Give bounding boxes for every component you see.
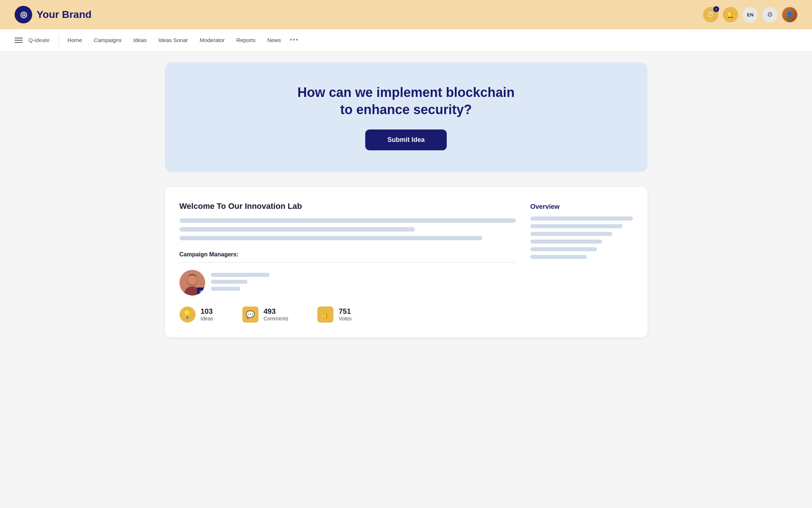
main-nav: Q-ideate Home Campaigns Ideas Ideas Sona… <box>0 29 812 51</box>
nav-item-campaigns[interactable]: Campaigns <box>94 37 122 43</box>
overview-title: Overview <box>530 203 633 211</box>
ov-line-1 <box>530 217 633 221</box>
ov-line-2 <box>530 224 623 228</box>
section-title: Welcome To Our Innovation Lab <box>180 202 516 211</box>
votes-label: Votes <box>339 316 351 321</box>
stat-comments-text: 493 Comments <box>264 307 288 321</box>
hamburger-line-2 <box>15 40 23 41</box>
settings-button[interactable]: ⚙ <box>762 7 778 22</box>
overview-lines <box>530 217 633 259</box>
manager-profile <box>180 270 516 296</box>
nav-item-reports[interactable]: Reports <box>236 37 256 43</box>
notifications-button[interactable]: 🔔 <box>723 7 738 22</box>
manager-name-line <box>211 273 269 277</box>
manager-badge <box>197 287 204 295</box>
brand-logo: ◎ Your Brand <box>15 6 91 23</box>
nav-item-ideas[interactable]: Ideas <box>133 37 147 43</box>
ov-line-5 <box>530 247 597 251</box>
votes-count: 751 <box>339 307 351 316</box>
stat-ideas-text: 103 Ideas <box>201 307 213 321</box>
submit-idea-button[interactable]: Submit Idea <box>365 129 446 150</box>
nav-item-ideas-sonar[interactable]: Ideas Sonar <box>158 37 188 43</box>
hamburger-line-1 <box>15 38 23 38</box>
comments-icon: 💬 <box>242 306 258 323</box>
description-lines <box>180 218 516 240</box>
hero-banner: How can we implement blockchainto enhanc… <box>165 62 647 172</box>
hamburger-line-3 <box>15 42 23 43</box>
main-content: How can we implement blockchainto enhanc… <box>150 51 662 348</box>
nav-items: Home Campaigns Ideas Ideas Sonar Moderat… <box>68 37 281 43</box>
content-grid: Welcome To Our Innovation Lab Campaign M… <box>165 187 647 337</box>
text-line-1 <box>180 218 516 223</box>
text-line-2 <box>180 227 415 232</box>
ov-line-3 <box>530 232 612 236</box>
nav-more-button[interactable]: ••• <box>290 36 299 44</box>
top-header: ◎ Your Brand ⏱ 1 🔔 EN ⚙ 👤 <box>0 0 812 29</box>
ideas-label: Ideas <box>201 316 213 321</box>
avatar: 👤 <box>782 7 797 22</box>
ideas-count: 103 <box>201 307 213 316</box>
ov-line-4 <box>530 240 602 244</box>
manager-role-line <box>211 280 248 284</box>
language-button[interactable]: EN <box>743 7 758 22</box>
stats-row: 💡 103 Ideas 💬 493 Comments 👍 <box>180 306 516 323</box>
nav-divider <box>58 35 59 46</box>
stat-votes-text: 751 Votes <box>339 307 351 321</box>
brand-name: Your Brand <box>37 9 91 20</box>
stat-ideas: 💡 103 Ideas <box>180 306 213 323</box>
left-column: Welcome To Our Innovation Lab Campaign M… <box>180 202 516 323</box>
svg-point-3 <box>188 275 197 285</box>
manager-avatar <box>180 270 205 296</box>
stat-comments: 💬 493 Comments <box>242 306 288 323</box>
hero-title: How can we implement blockchainto enhanc… <box>180 84 633 118</box>
hamburger-menu[interactable] <box>15 38 23 43</box>
votes-icon: 👍 <box>317 306 333 323</box>
manager-divider <box>180 262 516 263</box>
overview-panel: Overview <box>530 202 633 323</box>
text-line-3 <box>180 236 482 240</box>
avatar-button[interactable]: 👤 <box>782 7 797 22</box>
comments-label: Comments <box>264 316 288 321</box>
manager-detail-line <box>211 287 240 291</box>
ideas-icon: 💡 <box>180 306 196 323</box>
manager-info <box>211 270 269 291</box>
nav-item-moderator[interactable]: Moderator <box>200 37 224 43</box>
nav-item-home[interactable]: Home <box>68 37 82 43</box>
timer-button[interactable]: ⏱ 1 <box>703 7 718 22</box>
nav-item-news[interactable]: News <box>267 37 281 43</box>
logo-icon: ◎ <box>15 6 32 23</box>
ov-line-6 <box>530 255 587 259</box>
notification-badge: 1 <box>713 6 719 12</box>
stat-votes: 👍 751 Votes <box>317 306 351 323</box>
campaign-managers-label: Campaign Managers: <box>180 251 516 258</box>
comments-count: 493 <box>264 307 288 316</box>
nav-brand-label: Q-ideate <box>29 37 50 43</box>
header-actions: ⏱ 1 🔔 EN ⚙ 👤 <box>703 7 797 22</box>
